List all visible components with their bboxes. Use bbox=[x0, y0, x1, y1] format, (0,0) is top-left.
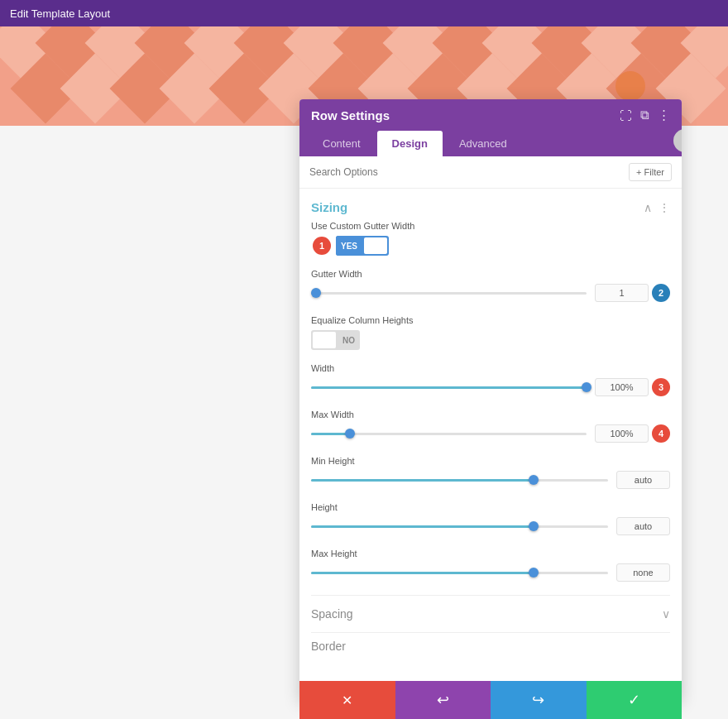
equalize-toggle[interactable]: NO bbox=[311, 330, 360, 350]
filter-button[interactable]: + Filter bbox=[629, 163, 672, 181]
cancel-icon: ✕ bbox=[342, 693, 352, 708]
section-more-icon[interactable]: ⋮ bbox=[659, 201, 670, 214]
toggle-yes-label: YES bbox=[336, 236, 362, 256]
equalize-heights-label: Equalize Column Heights bbox=[311, 315, 670, 325]
svg-point-29 bbox=[615, 71, 645, 101]
top-bar: Edit Template Layout bbox=[0, 0, 728, 26]
max-width-slider-wrap bbox=[311, 433, 587, 435]
search-bar: + Filter bbox=[299, 156, 682, 189]
spacing-section: Spacing ∨ bbox=[311, 595, 670, 632]
max-width-slider-track bbox=[311, 433, 587, 435]
min-height-label: Min Height bbox=[311, 456, 670, 466]
max-height-row: Max Height bbox=[311, 549, 670, 582]
gutter-width-toggle-label: Use Custom Gutter Width bbox=[311, 221, 670, 231]
spacing-section-header: Spacing ∨ bbox=[311, 596, 670, 632]
height-slider-row bbox=[311, 517, 670, 535]
panel-content: Sizing ∧ ⋮ Use Custom Gutter Width 1 YES… bbox=[299, 189, 682, 701]
max-width-row: Max Width 4 bbox=[311, 410, 670, 443]
min-height-slider-track bbox=[311, 479, 608, 482]
height-slider-wrap bbox=[311, 525, 608, 528]
toggle-no-label: NO bbox=[338, 330, 360, 350]
max-height-slider-thumb[interactable] bbox=[529, 568, 539, 578]
gutter-toggle[interactable]: YES bbox=[336, 236, 389, 256]
width-slider-track bbox=[311, 386, 587, 389]
max-height-slider-fill bbox=[311, 572, 534, 574]
tabs: Content Design Advanced bbox=[299, 131, 682, 156]
badge-3: 3 bbox=[652, 378, 670, 396]
badge-4: 4 bbox=[652, 424, 670, 443]
width-label: Width bbox=[311, 363, 670, 373]
max-height-slider-wrap bbox=[311, 572, 608, 574]
height-slider-thumb[interactable] bbox=[529, 521, 539, 531]
height-row: Height bbox=[311, 502, 670, 535]
panel-header-icons: ⛶ ⧉ ⋮ bbox=[620, 108, 670, 122]
split-icon[interactable]: ⧉ bbox=[640, 108, 649, 122]
min-height-slider-row bbox=[311, 471, 670, 489]
toggle-wrap: 1 YES bbox=[336, 236, 670, 256]
tab-advanced[interactable]: Advanced bbox=[444, 131, 522, 156]
gutter-slider-row: 2 bbox=[311, 284, 670, 302]
border-title: Border bbox=[311, 640, 346, 653]
equalize-heights-row: Equalize Column Heights NO bbox=[311, 315, 670, 350]
badge-1: 1 bbox=[313, 237, 331, 255]
gutter-width-label: Gutter Width bbox=[311, 269, 670, 279]
width-value-input[interactable] bbox=[595, 378, 649, 396]
gutter-width-row: Gutter Width 2 bbox=[311, 269, 670, 302]
height-value-input[interactable] bbox=[616, 517, 670, 535]
min-height-value-input[interactable] bbox=[616, 471, 670, 489]
row-settings-panel: Row Settings ⛶ ⧉ ⋮ ✕ Content Design Adva… bbox=[299, 99, 682, 701]
max-width-value-input[interactable] bbox=[595, 424, 649, 443]
width-value-wrap: 3 bbox=[595, 378, 670, 396]
panel-footer: ✕ ↩ ↪ ✓ bbox=[299, 681, 682, 719]
max-height-value-input[interactable] bbox=[616, 563, 670, 582]
max-height-slider-row bbox=[311, 563, 670, 582]
height-slider-fill bbox=[311, 525, 534, 528]
redo-icon: ↪ bbox=[532, 691, 544, 709]
height-slider-track bbox=[311, 525, 608, 528]
max-width-slider-fill bbox=[311, 433, 350, 435]
save-icon: ✓ bbox=[628, 691, 640, 709]
tab-content[interactable]: Content bbox=[308, 131, 376, 156]
min-height-row: Min Height bbox=[311, 456, 670, 489]
max-height-value-wrap bbox=[616, 563, 670, 582]
border-section: Border bbox=[311, 632, 670, 659]
height-label: Height bbox=[311, 502, 670, 512]
min-height-value-wrap bbox=[616, 471, 670, 489]
more-icon[interactable]: ⋮ bbox=[658, 108, 670, 122]
undo-icon: ↩ bbox=[437, 691, 449, 709]
width-slider-thumb[interactable] bbox=[582, 382, 592, 392]
max-width-slider-row: 4 bbox=[311, 424, 670, 443]
toggle-switch-no bbox=[313, 332, 336, 348]
spacing-title: Spacing bbox=[311, 607, 353, 621]
min-height-slider-thumb[interactable] bbox=[529, 475, 539, 485]
save-button[interactable]: ✓ bbox=[587, 681, 682, 719]
max-width-slider-thumb[interactable] bbox=[345, 429, 355, 439]
top-bar-title: Edit Template Layout bbox=[10, 7, 110, 20]
gutter-value-input[interactable] bbox=[595, 284, 649, 302]
expand-icon[interactable]: ∨ bbox=[662, 607, 670, 621]
sizing-title: Sizing bbox=[311, 200, 347, 214]
max-height-label: Max Height bbox=[311, 549, 670, 558]
tab-design[interactable]: Design bbox=[377, 131, 443, 156]
min-height-slider-wrap bbox=[311, 479, 608, 482]
width-slider-wrap bbox=[311, 386, 587, 389]
section-icons: ∧ ⋮ bbox=[644, 201, 670, 214]
width-slider-fill bbox=[311, 386, 587, 389]
gutter-slider-wrap bbox=[311, 292, 587, 295]
search-input[interactable] bbox=[309, 166, 622, 178]
badge-2: 2 bbox=[652, 284, 670, 302]
panel-header: Row Settings ⛶ ⧉ ⋮ ✕ bbox=[299, 99, 682, 131]
max-width-label: Max Width bbox=[311, 410, 670, 419]
gutter-slider-thumb[interactable] bbox=[311, 288, 321, 298]
cancel-button[interactable]: ✕ bbox=[299, 681, 395, 719]
toggle-switch bbox=[364, 237, 387, 254]
fullscreen-icon[interactable]: ⛶ bbox=[620, 108, 632, 122]
collapse-icon[interactable]: ∧ bbox=[644, 201, 652, 214]
gutter-slider-track bbox=[311, 292, 587, 295]
gutter-value-wrap: 2 bbox=[595, 284, 670, 302]
redo-button[interactable]: ↪ bbox=[491, 681, 587, 719]
undo-button[interactable]: ↩ bbox=[395, 681, 491, 719]
min-height-slider-fill bbox=[311, 479, 534, 482]
max-height-slider-track bbox=[311, 572, 608, 574]
max-width-value-wrap: 4 bbox=[595, 424, 670, 443]
